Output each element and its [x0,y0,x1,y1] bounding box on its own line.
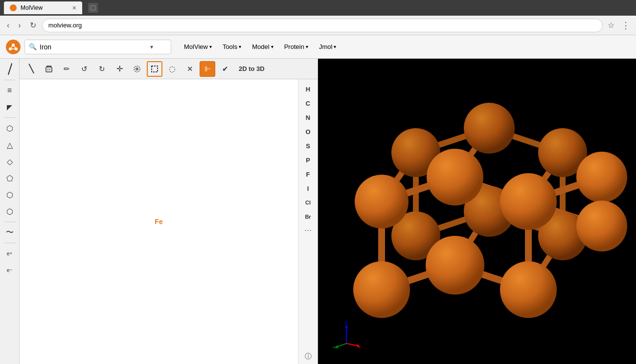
app-header: 🔍 ▾ MolView ▾ Tools ▾ Model ▾ Protein ▾ [0,35,636,59]
svg-point-51 [353,261,410,318]
search-input[interactable] [40,43,147,51]
axis-svg: Z Y X [332,319,361,348]
address-bar-row: ‹ › ↻ ☆ ⋮ [0,16,636,35]
tool-diamond[interactable]: ◇ [2,154,18,169]
element-S[interactable]: S [300,139,316,153]
element-more-button[interactable]: … [304,224,312,233]
3d-canvas: Z Y X [318,59,636,364]
lasso-icon [133,65,141,73]
tool-hexagon2[interactable]: ⬡ [2,187,18,203]
browser-menu-button[interactable]: ⋮ [619,18,632,33]
canvas-bond-tool[interactable]: ⊩ [200,61,215,77]
nav-protein[interactable]: Protein ▾ [279,40,313,53]
tab-title: MolView [21,4,43,11]
tab-close-button[interactable]: × [72,4,76,12]
element-info-button[interactable]: ⓘ [305,352,312,361]
svg-line-3 [10,45,13,49]
svg-point-52 [426,236,484,295]
browser-tab: MolView × [4,1,82,14]
tool-triangle[interactable]: △ [2,137,18,153]
svg-text:Y: Y [332,345,335,348]
element-H[interactable]: H [300,82,316,96]
left-toolbar: ╲ ≡ ◤ ⬡ △ ◇ ⬠ ⬡ ⬡ 〜 e+ e− [0,59,20,364]
nav-jmol-arrow: ▾ [334,44,336,49]
forward-button[interactable]: › [15,19,23,32]
nav-model-label: Model [252,43,269,50]
tool-arrow[interactable]: ╲ [0,59,20,81]
svg-point-53 [500,261,557,318]
bookmark-button[interactable]: ☆ [606,19,616,32]
svg-rect-6 [46,67,52,72]
canvas-select-tool[interactable]: ╲ [23,61,39,77]
svg-point-42 [464,103,515,154]
nav-protein-arrow: ▾ [306,44,308,49]
nav-molview[interactable]: MolView ▾ [179,40,217,53]
tool-hexagon[interactable]: ⬡ [2,120,18,136]
app-container: 🔍 ▾ MolView ▾ Tools ▾ Model ▾ Protein ▾ [0,35,636,364]
element-N[interactable]: N [300,111,316,124]
back-button[interactable]: ‹ [4,19,12,32]
svg-line-4 [13,45,16,49]
svg-line-61 [346,343,359,346]
btn-2d-to-3d[interactable]: 2D to 3D [235,63,269,74]
canvas-move-tool[interactable]: ✛ [112,61,127,77]
main-content: ╲ ≡ ◤ ⬡ △ ◇ ⬠ ⬡ ⬡ 〜 e+ e− ╲ [0,59,636,364]
svg-rect-14 [152,66,158,72]
svg-point-50 [576,152,627,203]
nav-tools-arrow: ▾ [239,44,241,49]
tool-octagon[interactable]: ⬡ [2,204,18,219]
search-box: 🔍 ▾ [24,40,171,54]
new-tab-icon: □ [88,3,98,13]
element-F[interactable]: F [300,167,316,181]
element-sidebar: H C N O S P F I Cl Br … ⓘ [298,79,318,364]
tool-eplus[interactable]: e+ [2,246,18,261]
search-icon: 🔍 [29,43,37,50]
tool-double-line[interactable]: ≡ [2,83,18,98]
fe-label: Fe [155,218,162,226]
address-input[interactable] [42,19,603,32]
rect-select-icon [151,65,159,73]
element-P[interactable]: P [300,153,316,167]
nav-tools[interactable]: Tools ▾ [218,40,246,53]
nav-molview-arrow: ▾ [209,44,212,49]
logo-icon [9,43,18,51]
3d-viewer[interactable]: Z Y X [318,59,636,364]
delete-icon [45,65,53,73]
canvas-undo-tool[interactable]: ↺ [76,61,92,77]
app-nav: MolView ▾ Tools ▾ Model ▾ Protein ▾ Jmol… [179,40,341,53]
tool-pentagon[interactable]: ⬠ [2,170,18,186]
nav-molview-label: MolView [184,43,208,50]
canvas-circle-select-tool[interactable]: ◌ [164,61,180,77]
element-C[interactable]: C [300,96,316,110]
tool-eminus[interactable]: e− [2,262,18,278]
2d-canvas-area[interactable]: Fe [20,79,298,364]
nav-model[interactable]: Model ▾ [247,40,278,53]
element-Cl[interactable]: Cl [300,196,316,209]
search-dropdown-button[interactable]: ▾ [150,44,153,50]
canvas-delete-tool[interactable] [41,61,57,77]
canvas-redo-tool[interactable]: ↻ [94,61,110,77]
svg-text:Z: Z [344,320,347,325]
svg-point-13 [136,68,138,70]
canvas-clear-tool[interactable]: ✕ [182,61,198,77]
nav-jmol-label: Jmol [319,43,332,50]
svg-point-12 [134,66,140,72]
canvas-rect-select-tool[interactable] [147,61,162,77]
svg-point-48 [427,149,483,205]
element-Br[interactable]: Br [300,210,316,224]
tool-wave[interactable]: 〜 [2,225,18,240]
axis-indicator: Z Y X [332,319,361,350]
svg-point-49 [500,173,557,230]
nav-protein-label: Protein [284,43,304,50]
canvas-draw-tool[interactable]: ✏ [59,61,74,77]
canvas-check-tool[interactable]: ✔ [217,61,233,77]
canvas-wrapper: Fe H C N O S P F I Cl Br … ⓘ [20,79,318,364]
tool-wedge[interactable]: ◤ [2,99,18,115]
refresh-button[interactable]: ↻ [27,19,39,32]
element-I[interactable]: I [300,182,316,195]
nav-model-arrow: ▾ [271,44,273,49]
element-O[interactable]: O [300,125,316,138]
browser-chrome: MolView × □ [0,0,636,16]
canvas-lasso-tool[interactable] [129,61,145,77]
nav-jmol[interactable]: Jmol ▾ [314,40,341,53]
